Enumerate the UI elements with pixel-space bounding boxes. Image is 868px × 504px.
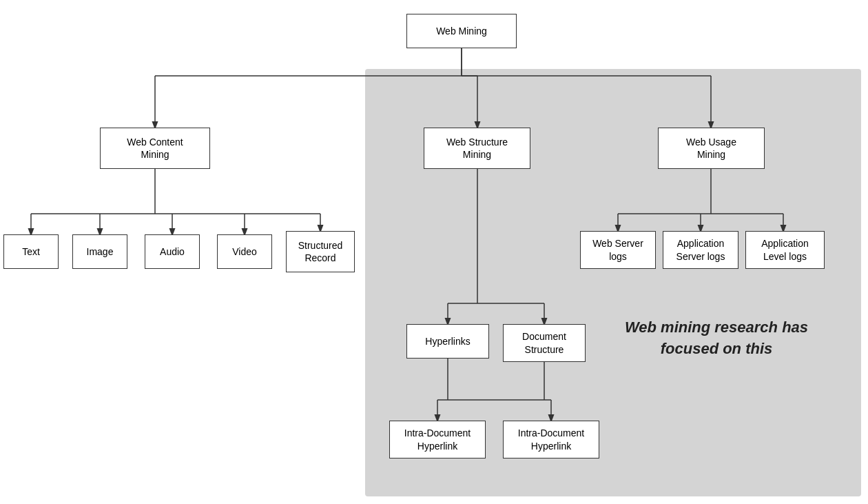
- node-text: Text: [3, 234, 59, 269]
- node-video: Video: [217, 234, 272, 269]
- diagram-container: Web Mining Web ContentMining Web Structu…: [0, 0, 868, 504]
- node-intra-doc-hyperlink-1: Intra-DocumentHyperlink: [389, 421, 486, 458]
- node-application-level-logs-label: ApplicationLevel logs: [761, 237, 809, 262]
- focus-text-label: Web mining research has focused on this: [625, 319, 808, 357]
- node-structured-record: StructuredRecord: [286, 231, 355, 272]
- node-image: Image: [72, 234, 127, 269]
- focus-text: Web mining research has focused on this: [613, 317, 820, 360]
- node-application-server-logs-label: ApplicationServer logs: [676, 237, 725, 262]
- node-web-server-logs: Web Serverlogs: [580, 231, 656, 269]
- node-web-mining: Web Mining: [406, 14, 517, 48]
- node-web-content-mining-label: Web ContentMining: [127, 136, 183, 161]
- node-video-label: Video: [232, 245, 257, 258]
- node-intra-doc-hyperlink-2-label: Intra-DocumentHyperlink: [518, 427, 584, 452]
- node-audio: Audio: [145, 234, 200, 269]
- node-document-structure: DocumentStructure: [503, 324, 586, 362]
- node-web-content-mining: Web ContentMining: [100, 128, 210, 169]
- node-web-mining-label: Web Mining: [436, 25, 487, 37]
- node-image-label: Image: [87, 245, 114, 258]
- node-web-usage-mining-label: Web UsageMining: [686, 136, 736, 161]
- node-web-structure-mining: Web StructureMining: [424, 128, 530, 169]
- node-text-label: Text: [22, 245, 40, 258]
- node-application-level-logs: ApplicationLevel logs: [745, 231, 825, 269]
- node-web-structure-mining-label: Web StructureMining: [446, 136, 508, 161]
- node-web-usage-mining: Web UsageMining: [658, 128, 765, 169]
- node-document-structure-label: DocumentStructure: [522, 330, 566, 355]
- node-audio-label: Audio: [160, 245, 185, 258]
- node-web-server-logs-label: Web Serverlogs: [592, 237, 643, 262]
- node-application-server-logs: ApplicationServer logs: [663, 231, 738, 269]
- node-intra-doc-hyperlink-2: Intra-DocumentHyperlink: [503, 421, 599, 458]
- node-hyperlinks: Hyperlinks: [406, 324, 489, 359]
- node-hyperlinks-label: Hyperlinks: [425, 335, 470, 347]
- node-structured-record-label: StructuredRecord: [298, 239, 343, 264]
- node-intra-doc-hyperlink-1-label: Intra-DocumentHyperlink: [404, 427, 471, 452]
